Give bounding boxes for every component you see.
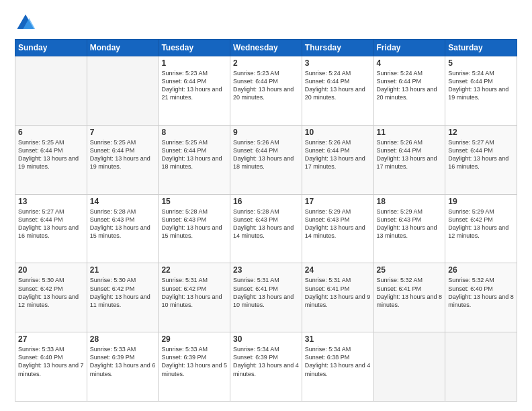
day-info: Sunrise: 5:32 AMSunset: 6:40 PMDaylight:… [448, 276, 514, 309]
day-info: Sunrise: 5:33 AMSunset: 6:39 PMDaylight:… [90, 345, 156, 378]
calendar-cell: 19Sunrise: 5:29 AMSunset: 6:42 PMDayligh… [445, 194, 517, 263]
calendar-cell: 14Sunrise: 5:28 AMSunset: 6:43 PMDayligh… [87, 194, 159, 263]
weekday-header-sunday: Sunday [15, 40, 87, 56]
day-info: Sunrise: 5:34 AMSunset: 6:39 PMDaylight:… [233, 345, 299, 378]
day-number: 2 [233, 58, 299, 68]
day-info: Sunrise: 5:30 AMSunset: 6:42 PMDaylight:… [90, 276, 156, 309]
day-number: 5 [448, 58, 514, 68]
day-info: Sunrise: 5:24 AMSunset: 6:44 PMDaylight:… [305, 69, 371, 102]
day-info: Sunrise: 5:31 AMSunset: 6:42 PMDaylight:… [161, 276, 227, 309]
day-number: 29 [161, 334, 227, 344]
calendar-cell [15, 56, 87, 126]
day-info: Sunrise: 5:31 AMSunset: 6:41 PMDaylight:… [305, 276, 371, 309]
day-number: 26 [448, 265, 514, 275]
day-info: Sunrise: 5:28 AMSunset: 6:43 PMDaylight:… [90, 208, 156, 240]
day-info: Sunrise: 5:23 AMSunset: 6:44 PMDaylight:… [161, 69, 227, 102]
calendar-cell [373, 332, 445, 402]
day-number: 31 [305, 334, 371, 344]
calendar-cell: 12Sunrise: 5:27 AMSunset: 6:44 PMDayligh… [445, 125, 517, 194]
weekday-header-friday: Friday [373, 40, 445, 56]
page: SundayMondayTuesdayWednesdayThursdayFrid… [0, 0, 532, 411]
day-number: 14 [90, 197, 156, 206]
day-number: 25 [377, 265, 443, 275]
header [15, 12, 517, 34]
day-info: Sunrise: 5:23 AMSunset: 6:44 PMDaylight:… [233, 69, 299, 102]
calendar-cell: 8Sunrise: 5:25 AMSunset: 6:44 PMDaylight… [159, 125, 230, 194]
weekday-header-wednesday: Wednesday [230, 40, 302, 56]
day-info: Sunrise: 5:34 AMSunset: 6:38 PMDaylight:… [305, 345, 371, 378]
calendar-cell: 21Sunrise: 5:30 AMSunset: 6:42 PMDayligh… [87, 263, 159, 332]
calendar-cell: 22Sunrise: 5:31 AMSunset: 6:42 PMDayligh… [159, 263, 230, 332]
calendar-cell: 27Sunrise: 5:33 AMSunset: 6:40 PMDayligh… [15, 332, 87, 402]
calendar-cell: 29Sunrise: 5:33 AMSunset: 6:39 PMDayligh… [159, 332, 230, 402]
calendar-cell [445, 332, 517, 402]
calendar-cell: 17Sunrise: 5:29 AMSunset: 6:43 PMDayligh… [302, 194, 373, 263]
day-info: Sunrise: 5:29 AMSunset: 6:43 PMDaylight:… [377, 208, 443, 240]
day-number: 16 [233, 197, 299, 206]
day-number: 24 [305, 265, 371, 275]
day-info: Sunrise: 5:29 AMSunset: 6:42 PMDaylight:… [448, 208, 514, 240]
weekday-header-row: SundayMondayTuesdayWednesdayThursdayFrid… [15, 40, 517, 56]
calendar-cell: 7Sunrise: 5:25 AMSunset: 6:44 PMDaylight… [87, 125, 159, 194]
calendar-cell: 13Sunrise: 5:27 AMSunset: 6:44 PMDayligh… [15, 194, 87, 263]
day-number: 8 [161, 128, 227, 137]
day-info: Sunrise: 5:25 AMSunset: 6:44 PMDaylight:… [18, 138, 84, 171]
calendar-cell: 2Sunrise: 5:23 AMSunset: 6:44 PMDaylight… [230, 56, 302, 126]
week-row-4: 20Sunrise: 5:30 AMSunset: 6:42 PMDayligh… [15, 263, 517, 332]
day-info: Sunrise: 5:24 AMSunset: 6:44 PMDaylight:… [448, 69, 514, 102]
day-number: 11 [377, 128, 443, 137]
day-info: Sunrise: 5:32 AMSunset: 6:41 PMDaylight:… [377, 276, 443, 309]
weekday-header-saturday: Saturday [445, 40, 517, 56]
calendar-cell: 15Sunrise: 5:28 AMSunset: 6:43 PMDayligh… [159, 194, 230, 263]
day-number: 9 [233, 128, 299, 137]
day-number: 27 [18, 334, 84, 344]
day-info: Sunrise: 5:33 AMSunset: 6:39 PMDaylight:… [161, 345, 227, 378]
calendar-cell [87, 56, 159, 126]
calendar-cell: 16Sunrise: 5:28 AMSunset: 6:43 PMDayligh… [230, 194, 302, 263]
calendar-cell: 31Sunrise: 5:34 AMSunset: 6:38 PMDayligh… [302, 332, 373, 402]
day-number: 7 [90, 128, 156, 137]
calendar-cell: 24Sunrise: 5:31 AMSunset: 6:41 PMDayligh… [302, 263, 373, 332]
day-info: Sunrise: 5:25 AMSunset: 6:44 PMDaylight:… [90, 138, 156, 171]
day-info: Sunrise: 5:27 AMSunset: 6:44 PMDaylight:… [448, 138, 514, 171]
day-number: 6 [18, 128, 84, 137]
logo [15, 12, 39, 34]
weekday-header-tuesday: Tuesday [159, 40, 230, 56]
week-row-5: 27Sunrise: 5:33 AMSunset: 6:40 PMDayligh… [15, 332, 517, 402]
day-info: Sunrise: 5:26 AMSunset: 6:44 PMDaylight:… [377, 138, 443, 171]
day-number: 3 [305, 58, 371, 68]
day-number: 1 [161, 58, 227, 68]
day-number: 4 [377, 58, 443, 68]
day-number: 18 [377, 197, 443, 206]
calendar-cell: 26Sunrise: 5:32 AMSunset: 6:40 PMDayligh… [445, 263, 517, 332]
day-number: 15 [161, 197, 227, 206]
calendar-table: SundayMondayTuesdayWednesdayThursdayFrid… [15, 39, 517, 402]
week-row-3: 13Sunrise: 5:27 AMSunset: 6:44 PMDayligh… [15, 194, 517, 263]
calendar-cell: 9Sunrise: 5:26 AMSunset: 6:44 PMDaylight… [230, 125, 302, 194]
day-info: Sunrise: 5:26 AMSunset: 6:44 PMDaylight:… [233, 138, 299, 171]
day-info: Sunrise: 5:29 AMSunset: 6:43 PMDaylight:… [305, 208, 371, 240]
day-info: Sunrise: 5:28 AMSunset: 6:43 PMDaylight:… [233, 208, 299, 240]
day-number: 13 [18, 197, 84, 206]
calendar-cell: 11Sunrise: 5:26 AMSunset: 6:44 PMDayligh… [373, 125, 445, 194]
day-info: Sunrise: 5:31 AMSunset: 6:41 PMDaylight:… [233, 276, 299, 309]
day-info: Sunrise: 5:33 AMSunset: 6:40 PMDaylight:… [18, 345, 84, 378]
calendar-cell: 28Sunrise: 5:33 AMSunset: 6:39 PMDayligh… [87, 332, 159, 402]
weekday-header-thursday: Thursday [302, 40, 373, 56]
day-info: Sunrise: 5:26 AMSunset: 6:44 PMDaylight:… [305, 138, 371, 171]
weekday-header-monday: Monday [87, 40, 159, 56]
calendar-cell: 25Sunrise: 5:32 AMSunset: 6:41 PMDayligh… [373, 263, 445, 332]
calendar-cell: 5Sunrise: 5:24 AMSunset: 6:44 PMDaylight… [445, 56, 517, 126]
calendar-cell: 23Sunrise: 5:31 AMSunset: 6:41 PMDayligh… [230, 263, 302, 332]
day-number: 21 [90, 265, 156, 275]
day-number: 12 [448, 128, 514, 137]
week-row-1: 1Sunrise: 5:23 AMSunset: 6:44 PMDaylight… [15, 56, 517, 126]
day-info: Sunrise: 5:25 AMSunset: 6:44 PMDaylight:… [161, 138, 227, 171]
calendar-cell: 10Sunrise: 5:26 AMSunset: 6:44 PMDayligh… [302, 125, 373, 194]
calendar-cell: 18Sunrise: 5:29 AMSunset: 6:43 PMDayligh… [373, 194, 445, 263]
calendar-cell: 20Sunrise: 5:30 AMSunset: 6:42 PMDayligh… [15, 263, 87, 332]
day-number: 17 [305, 197, 371, 206]
day-number: 10 [305, 128, 371, 137]
day-number: 22 [161, 265, 227, 275]
calendar-cell: 1Sunrise: 5:23 AMSunset: 6:44 PMDaylight… [159, 56, 230, 126]
